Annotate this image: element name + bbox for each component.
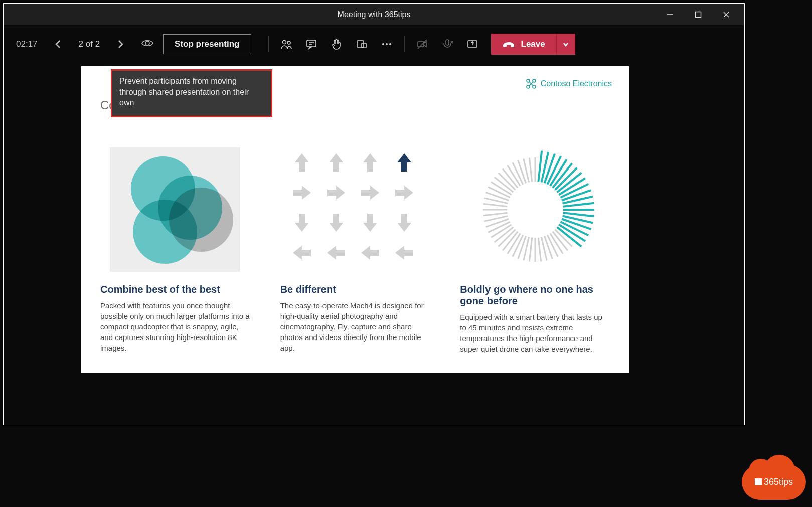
raise-hand-button[interactable] (324, 38, 349, 50)
venn-diagram (100, 144, 250, 275)
svg-rect-10 (357, 41, 364, 47)
svg-point-12 (382, 43, 384, 45)
slide-column-2: Be different The easy-to-operate Mach4 i… (280, 144, 430, 354)
separator (268, 36, 269, 52)
drone-icon (526, 78, 537, 89)
minimize-button[interactable] (664, 11, 677, 18)
svg-point-6 (287, 41, 290, 44)
meeting-toolbar: 02:17 2 of 2 Stop presenting (4, 25, 744, 63)
share-button[interactable] (460, 38, 485, 50)
svg-line-28 (538, 151, 542, 182)
svg-point-14 (389, 43, 391, 45)
mic-button[interactable] (435, 38, 460, 50)
participants-button[interactable] (274, 38, 299, 50)
column-body: The easy-to-operate Mach4 is designed fo… (280, 300, 430, 353)
window-title: Meeting with 365tips (338, 10, 411, 19)
meeting-timer: 02:17 (16, 39, 38, 49)
rooms-button[interactable] (349, 38, 374, 50)
camera-button[interactable] (410, 38, 435, 50)
brand-logo: Contoso Electronics (526, 78, 612, 89)
svg-line-56 (529, 238, 532, 262)
more-actions-button[interactable] (374, 38, 399, 50)
svg-line-42 (563, 213, 594, 216)
svg-point-13 (386, 43, 388, 45)
column-heading: Combine best of the best (100, 284, 250, 295)
maximize-button[interactable] (692, 11, 705, 18)
arrow-grid-graphic (280, 144, 430, 275)
svg-rect-7 (307, 40, 316, 47)
column-heading: Be different (280, 284, 430, 295)
svg-line-16 (418, 40, 427, 49)
svg-line-82 (529, 158, 532, 182)
watermark-badge: 365tips (742, 464, 806, 500)
separator (404, 36, 405, 52)
leave-options-button[interactable] (556, 34, 575, 55)
chat-button[interactable] (299, 38, 324, 50)
column-body: Packed with features you once thought po… (100, 300, 250, 353)
svg-point-5 (282, 41, 286, 44)
svg-line-68 (483, 213, 507, 215)
slide-counter: 2 of 2 (79, 39, 100, 49)
title-bar: Meeting with 365tips (4, 4, 744, 25)
svg-line-54 (538, 238, 541, 262)
close-button[interactable] (720, 11, 733, 18)
stop-presenting-button[interactable]: Stop presenting (163, 34, 251, 54)
slide-column-1: Combine best of the best Packed with fea… (100, 144, 250, 354)
svg-rect-1 (696, 12, 701, 18)
next-slide-button[interactable] (113, 39, 128, 49)
column-heading: Boldly go where no one has gone before (460, 284, 610, 307)
sunburst-graphic (460, 144, 610, 275)
previous-slide-button[interactable] (51, 39, 66, 49)
svg-rect-17 (446, 40, 449, 45)
svg-line-40 (563, 203, 594, 207)
private-view-tooltip: Prevent participants from moving through… (111, 69, 272, 117)
svg-point-4 (145, 41, 149, 45)
column-body: Equipped with a smart battery that lasts… (460, 312, 610, 354)
slide-column-3: Boldly go where no one has gone before E… (460, 144, 610, 354)
private-view-toggle[interactable] (141, 37, 154, 52)
leave-button[interactable]: Leave (491, 34, 556, 55)
svg-line-70 (483, 204, 507, 206)
